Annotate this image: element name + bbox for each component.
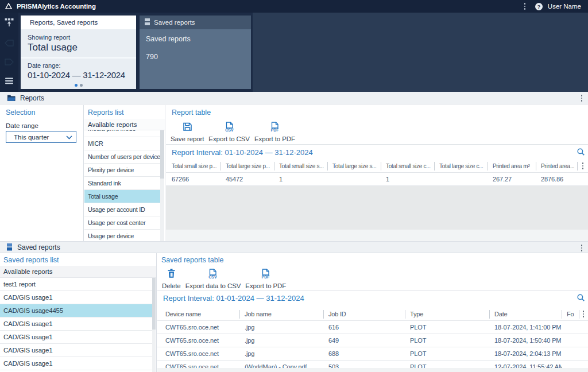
table-row[interactable]: CWT65.sro.oce.net.jpg616PLOT18-07-2024, … — [157, 321, 588, 334]
tag-left-icon[interactable] — [4, 38, 14, 50]
column-header[interactable]: Device name — [161, 308, 240, 321]
saved-table-title: Saved reports table — [161, 256, 223, 264]
report-table-title: Report table — [172, 108, 211, 117]
list-item[interactable]: Usage per cost center — [84, 216, 160, 230]
app-logo-icon — [5, 2, 13, 10]
date-range-field-label: Date range — [6, 122, 38, 129]
date-range-select[interactable]: This quarter — [6, 131, 76, 143]
list-item[interactable]: Number of users per device — [84, 150, 160, 164]
saved-table-panel: Saved reports table DeleteCSVExport data… — [157, 253, 588, 372]
carousel-dot-active[interactable] — [75, 84, 78, 87]
table-menu-icon[interactable] — [579, 161, 587, 170]
top-app-bar: PRISMAlytics Accounting ? User Name — [0, 0, 588, 13]
list-item[interactable]: Total usage — [84, 190, 160, 203]
dashboard-strip: Reports, Saved reports Showing report To… — [0, 13, 588, 92]
column-header[interactable]: Total large size s... — [328, 160, 381, 173]
saved-section-menu-icon[interactable] — [578, 243, 586, 253]
toolbar-button-label: Export data to CSV — [185, 282, 241, 289]
table-cell: 18-07-2024, 1:41:00 PM — [490, 321, 562, 334]
reports-section-title: Reports — [20, 94, 44, 102]
tag-right-icon[interactable] — [4, 57, 14, 69]
showing-report-value: Total usage — [28, 42, 129, 53]
menu-hamburger-icon[interactable] — [5, 77, 14, 87]
saved-reports-section-bar[interactable]: Saved reports — [0, 241, 588, 253]
toolbar-button-save-report[interactable]: Save report — [168, 122, 206, 142]
list-item[interactable]: Usage per account ID — [84, 203, 160, 216]
column-header[interactable]: Job ID — [324, 308, 405, 321]
column-header[interactable]: Printed area... — [536, 160, 578, 173]
list-item[interactable]: CAD/GIS usage1 — [0, 344, 152, 357]
reports-list-scrollbar[interactable] — [160, 130, 164, 241]
saved-card-header: Saved reports — [140, 16, 251, 29]
table-cell: 2876.86 — [536, 173, 578, 186]
folder-icon — [7, 94, 16, 102]
table-row[interactable]: CWT65.sro.oce.net.jpg649PLOT18-07-2024, … — [157, 334, 588, 347]
report-table-hscrollbar[interactable] — [166, 230, 588, 241]
toolbar-button-label: Export to PDF — [254, 135, 295, 142]
column-header[interactable]: Type — [405, 308, 490, 321]
column-header[interactable]: Total small size c... — [381, 160, 435, 173]
list-item[interactable]: CAD/GIS usage1 — [0, 331, 152, 344]
reports-section-bar[interactable]: Reports — [0, 92, 588, 104]
saved-table-toolbar: DeleteCSVExport data to CSVPDFExport to … — [160, 269, 288, 289]
toolbar-button-export-to-pdf[interactable]: PDFExport to PDF — [243, 269, 288, 289]
help-icon[interactable]: ? — [535, 3, 543, 10]
list-item[interactable]: CAD/GIS usage4455 — [0, 304, 152, 317]
table-row[interactable]: CWT65.sro.oce.net.jpg688PLOT18-07-2024, … — [157, 347, 588, 361]
stack-icon — [145, 18, 150, 26]
column-header[interactable]: Total large size c... — [435, 160, 488, 173]
reports-overview-card[interactable]: Reports, Saved reports Showing report To… — [21, 16, 136, 89]
csv-icon: CSV — [224, 122, 235, 134]
saved-table-hscrollbar[interactable] — [157, 368, 588, 372]
column-header[interactable]: Total large size p... — [221, 160, 274, 173]
saved-section-title: Saved reports — [17, 243, 60, 251]
report-table-row[interactable]: 672664547211267.272876.86 — [166, 173, 588, 186]
list-item[interactable]: CAD/GIS usage1 — [0, 357, 152, 370]
list-item[interactable]: MICR — [84, 137, 160, 150]
column-header[interactable]: Printed area m² — [488, 160, 536, 173]
pdf-icon: PDF — [269, 122, 280, 134]
table-cell — [562, 334, 579, 347]
column-header[interactable]: Job name — [240, 308, 324, 321]
list-item[interactable]: CAD/GIS usage1 — [0, 317, 152, 331]
toolbar-button-export-data-to-csv[interactable]: CSVExport data to CSV — [183, 269, 243, 289]
list-item[interactable]: Usage per device — [84, 230, 160, 241]
table-menu-icon[interactable] — [579, 309, 587, 319]
topbar-menu-icon[interactable] — [521, 2, 529, 11]
table-cell: 18-07-2024, 1:50:40 PM — [490, 334, 562, 347]
table-cell: PLOT — [405, 321, 490, 334]
table-cell: 1 — [274, 173, 328, 186]
column-header[interactable]: Fo — [562, 308, 579, 321]
publish-widgets-icon[interactable] — [4, 17, 14, 30]
list-item-clipped[interactable]: Media print mode — [84, 130, 160, 137]
report-table-panel: Report table Save reportCSVExport to CSV… — [166, 105, 588, 241]
reports-list: Media print modeMICRNumber of users per … — [84, 130, 160, 241]
column-header[interactable]: Total small size s... — [274, 160, 328, 173]
column-header[interactable]: Date — [490, 308, 562, 321]
saved-list-scrollbar[interactable] — [152, 278, 156, 372]
svg-text:CSV: CSV — [225, 128, 234, 132]
list-item[interactable]: Standard ink — [84, 177, 160, 190]
trash-icon — [167, 269, 176, 281]
save-icon — [183, 122, 192, 134]
user-menu[interactable]: User Name — [548, 3, 581, 10]
saved-reports-overview-card[interactable]: Saved reports Saved reports 790 — [140, 16, 251, 89]
search-icon[interactable] — [577, 148, 585, 158]
date-range-label: Date range: — [28, 62, 129, 69]
table-cell: PLOT — [405, 347, 490, 361]
table-header-menu — [578, 160, 588, 172]
carousel-dot[interactable] — [80, 84, 83, 87]
column-header[interactable]: Total small size p... — [167, 160, 221, 173]
table-cell: 45472 — [221, 173, 274, 186]
toolbar-button-export-to-pdf[interactable]: PDFExport to PDF — [252, 122, 297, 142]
list-item[interactable]: test1 report — [0, 278, 152, 291]
reports-section-menu-icon[interactable] — [578, 94, 586, 103]
selection-panel: Selection Date range This quarter — [0, 105, 84, 241]
list-item[interactable]: CAD/GIS usage1 — [0, 291, 152, 304]
saved-reports-list-panel: Saved reports list Available reports tes… — [0, 253, 157, 372]
list-item[interactable]: Plexity per device — [84, 164, 160, 177]
toolbar-button-export-to-csv[interactable]: CSVExport to CSV — [206, 122, 252, 142]
table-cell — [562, 321, 579, 334]
toolbar-button-delete[interactable]: Delete — [160, 269, 183, 289]
search-icon[interactable] — [577, 293, 585, 304]
